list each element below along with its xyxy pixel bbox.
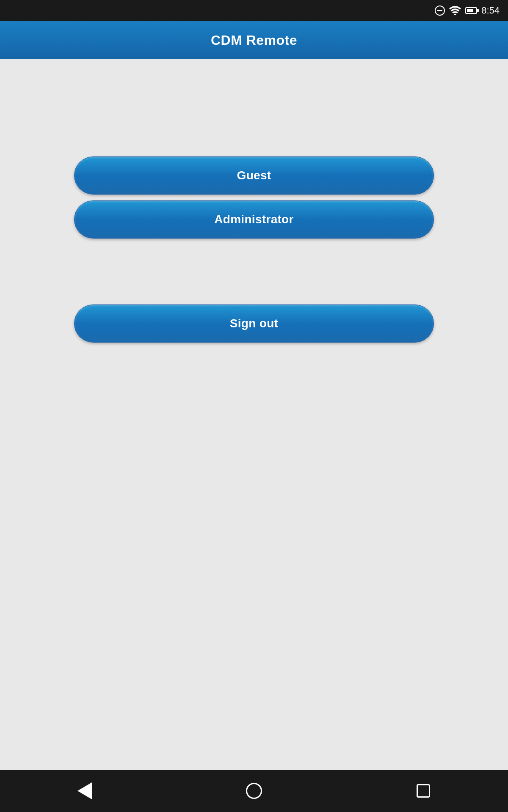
recents-button[interactable] — [406, 774, 440, 808]
main-content: Guest Administrator Sign out — [0, 59, 508, 770]
guest-button[interactable]: Guest — [74, 156, 434, 195]
home-icon — [246, 783, 262, 799]
role-buttons-group: Guest Administrator — [0, 156, 508, 239]
battery-icon — [465, 7, 477, 14]
sign-out-group: Sign out — [0, 304, 508, 343]
status-time: 8:54 — [481, 5, 500, 16]
back-button[interactable] — [68, 774, 102, 808]
svg-point-0 — [454, 14, 456, 16]
status-bar: 8:54 — [0, 0, 508, 21]
home-button[interactable] — [237, 774, 271, 808]
sign-out-button[interactable]: Sign out — [74, 304, 434, 343]
nav-bar — [0, 770, 508, 812]
battery-fill — [467, 9, 473, 12]
recents-icon — [417, 784, 430, 798]
app-bar: CDM Remote — [0, 21, 508, 59]
status-icons: 8:54 — [435, 5, 500, 16]
app-title: CDM Remote — [211, 33, 297, 48]
administrator-button[interactable]: Administrator — [74, 200, 434, 239]
dnd-icon — [435, 5, 445, 16]
back-icon — [77, 782, 92, 799]
wifi-icon — [449, 6, 461, 15]
